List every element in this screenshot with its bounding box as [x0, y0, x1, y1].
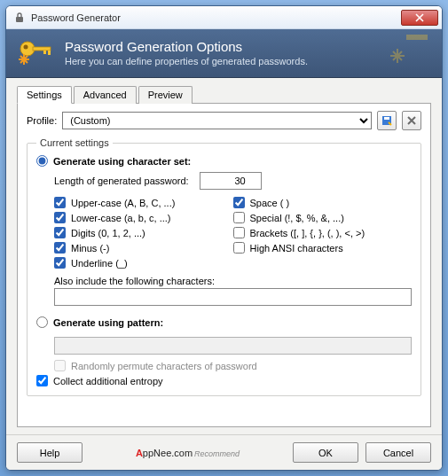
logo-tag: Recommend	[194, 449, 240, 458]
banner-heading: Password Generation Options	[65, 39, 308, 54]
banner-subheading: Here you can define properties of genera…	[65, 56, 308, 66]
banner: Password Generation Options Here you can…	[6, 29, 442, 78]
svg-rect-3	[33, 47, 51, 51]
delete-profile-button[interactable]	[402, 111, 421, 130]
save-icon	[381, 114, 393, 127]
chk-minus[interactable]: Minus (-)	[54, 242, 233, 254]
tab-bar: Settings Advanced Preview	[17, 86, 431, 104]
close-button[interactable]	[401, 10, 438, 26]
charset-radio-label: Generate using character set:	[53, 156, 191, 167]
charset-grid: Upper-case (A, B, C, ...) Space ( ) Lowe…	[54, 197, 412, 269]
chk-space-input[interactable]	[233, 197, 245, 208]
watermark: AppNee.comRecommend	[90, 448, 286, 458]
svg-point-2	[24, 45, 28, 50]
window: Password Generator Password Generation O…	[5, 5, 443, 471]
chk-lower[interactable]: Lower-case (a, b, c, ...)	[54, 212, 233, 223]
chk-underline-label: Underline (_)	[71, 258, 128, 269]
logo-brand: ppNee	[143, 448, 171, 458]
lock-icon	[13, 12, 26, 24]
svg-rect-0	[16, 17, 23, 22]
svg-rect-4	[43, 51, 46, 54]
pattern-radio-label: Generate using pattern:	[53, 317, 163, 328]
settings-group: Current settings Generate using characte…	[27, 137, 421, 396]
also-include-row: Also include the following characters:	[54, 276, 412, 306]
chk-minus-label: Minus (-)	[71, 243, 109, 254]
tab-panel-settings: Profile: (Custom) Current settings Gener…	[17, 103, 431, 427]
chk-lower-input[interactable]	[54, 212, 66, 223]
pattern-radio[interactable]	[36, 316, 48, 328]
chk-underline[interactable]: Underline (_)	[54, 257, 233, 269]
chk-highansi[interactable]: High ANSI characters	[233, 242, 413, 254]
ok-button[interactable]: OK	[293, 442, 358, 463]
settings-legend: Current settings	[36, 137, 113, 148]
chk-upper[interactable]: Upper-case (A, B, C, ...)	[54, 197, 233, 208]
chk-special-label: Special (!, $, %, &, ...)	[250, 213, 344, 223]
chk-lower-label: Lower-case (a, b, c, ...)	[71, 213, 170, 223]
titlebar: Password Generator	[6, 6, 442, 29]
delete-icon	[406, 115, 417, 126]
tab-advanced[interactable]: Advanced	[74, 86, 137, 104]
chk-digits[interactable]: Digits (0, 1, 2, ...)	[54, 227, 233, 238]
also-include-label: Also include the following characters:	[54, 276, 412, 286]
chk-space[interactable]: Space ( )	[233, 197, 413, 208]
content: Settings Advanced Preview Profile: (Cust…	[6, 78, 442, 434]
chk-brackets-input[interactable]	[233, 227, 245, 238]
chk-entropy[interactable]: Collect additional entropy	[36, 375, 412, 386]
footer: Help AppNee.comRecommend OK Cancel	[6, 434, 442, 470]
charset-radio-row: Generate using character set:	[36, 155, 412, 167]
chk-highansi-input[interactable]	[233, 242, 245, 254]
svg-point-1	[20, 42, 35, 56]
svg-rect-8	[384, 117, 389, 120]
svg-rect-5	[48, 51, 51, 55]
help-button[interactable]: Help	[17, 442, 83, 463]
length-row: Length of generated password:	[54, 172, 412, 190]
also-include-input[interactable]	[54, 288, 412, 306]
cancel-button[interactable]: Cancel	[365, 442, 431, 463]
length-input[interactable]	[200, 172, 262, 190]
logo-a: A	[136, 448, 143, 458]
logo-suffix: .com	[171, 448, 193, 458]
pattern-radio-row: Generate using pattern:	[36, 316, 412, 328]
banner-text: Password Generation Options Here you can…	[65, 39, 308, 66]
appnee-logo: AppNee.comRecommend	[136, 448, 240, 458]
tab-preview[interactable]: Preview	[138, 86, 193, 104]
tab-settings[interactable]: Settings	[17, 86, 72, 104]
svg-rect-6	[406, 35, 428, 40]
key-icon	[17, 36, 56, 68]
save-profile-button[interactable]	[377, 111, 397, 130]
chk-space-label: Space ( )	[250, 198, 290, 208]
window-title: Password Generator	[31, 12, 401, 23]
banner-deco-icon	[389, 33, 429, 70]
chk-special-input[interactable]	[233, 212, 245, 223]
pattern-block: Generate using pattern: Randomly permute…	[36, 316, 412, 371]
chk-brackets[interactable]: Brackets ([, ], {, }, (, ), <, >)	[233, 227, 413, 238]
chk-upper-input[interactable]	[54, 197, 66, 208]
charset-radio[interactable]	[36, 155, 48, 167]
profile-select[interactable]: (Custom)	[62, 112, 372, 129]
chk-underline-input[interactable]	[54, 257, 66, 269]
chk-digits-input[interactable]	[54, 227, 66, 238]
chk-permute: Randomly permute characters of password	[54, 360, 412, 371]
chk-special[interactable]: Special (!, $, %, &, ...)	[233, 212, 413, 223]
profile-row: Profile: (Custom)	[27, 111, 421, 130]
close-icon	[415, 13, 424, 22]
chk-highansi-label: High ANSI characters	[250, 243, 343, 254]
chk-digits-label: Digits (0, 1, 2, ...)	[71, 228, 145, 238]
pattern-input	[54, 337, 412, 355]
chk-permute-label: Randomly permute characters of password	[71, 361, 257, 371]
chk-entropy-input[interactable]	[36, 375, 48, 386]
chk-upper-label: Upper-case (A, B, C, ...)	[71, 198, 175, 208]
length-label: Length of generated password:	[54, 176, 189, 186]
chk-brackets-label: Brackets ([, ], {, }, (, ), <, >)	[250, 228, 365, 238]
profile-label: Profile:	[27, 115, 57, 126]
chk-minus-input[interactable]	[54, 242, 66, 254]
chk-entropy-label: Collect additional entropy	[53, 376, 163, 386]
chk-permute-input	[54, 360, 66, 371]
